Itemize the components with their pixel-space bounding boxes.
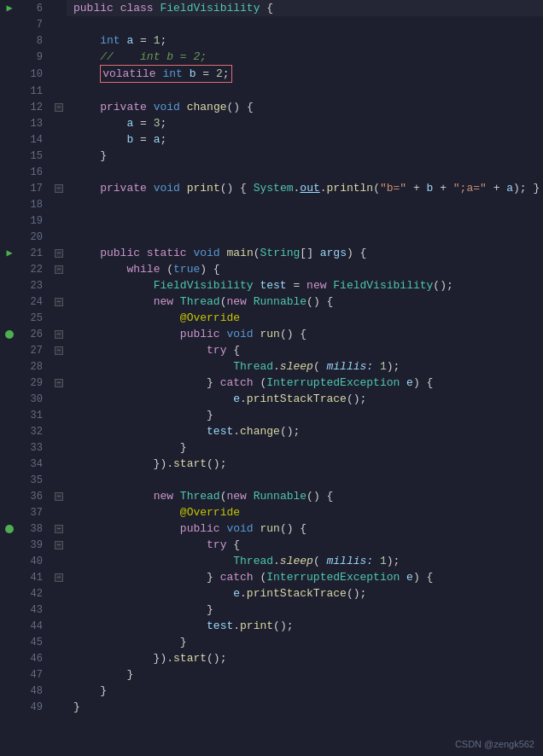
fold-44 xyxy=(51,618,67,634)
line-num-14: 14 xyxy=(19,131,51,148)
code-line-47: 47 } xyxy=(0,666,543,683)
debug-42 xyxy=(0,585,19,602)
line-num-22: 22 xyxy=(19,261,51,277)
line-num-39: 39 xyxy=(19,537,51,553)
code-line-32: 32 test.change(); xyxy=(0,423,543,439)
debug-arrow-21[interactable]: ▶ xyxy=(0,245,19,261)
line-content-13: a = 3; xyxy=(67,115,543,131)
debug-bkpt-26[interactable] xyxy=(0,326,19,342)
line-content-22: while (true) { xyxy=(67,261,543,277)
code-line-28: 28 Thread.sleep( millis: 1); xyxy=(0,358,543,375)
line-content-6: public class FieldVisibility { xyxy=(67,0,543,16)
line-num-27: 27 xyxy=(19,342,51,358)
fold-39[interactable]: − xyxy=(51,537,67,553)
debug-8 xyxy=(0,32,19,49)
code-line-42: 42 e.printStackTrace(); xyxy=(0,585,543,602)
line-content-34: }).start(); xyxy=(67,456,543,472)
line-num-18: 18 xyxy=(19,196,51,212)
line-num-13: 13 xyxy=(19,115,51,131)
fold-12[interactable]: − xyxy=(51,99,67,115)
line-num-6: 6 xyxy=(19,0,51,16)
debug-13 xyxy=(0,115,19,131)
fold-29[interactable]: − xyxy=(51,375,67,391)
fold-11 xyxy=(51,83,67,99)
fold-21[interactable]: − xyxy=(51,245,67,261)
debug-30 xyxy=(0,391,19,407)
fold-43 xyxy=(51,602,67,618)
line-num-49: 49 xyxy=(19,699,51,715)
line-content-7 xyxy=(67,16,543,32)
code-line-15: 15 } xyxy=(0,148,543,164)
line-content-36: new Thread(new Runnable() { xyxy=(67,488,543,504)
fold-42 xyxy=(51,585,67,602)
fold-24[interactable]: − xyxy=(51,294,67,310)
debug-47 xyxy=(0,666,19,683)
debug-34 xyxy=(0,456,19,472)
debug-44 xyxy=(0,618,19,634)
code-line-48: 48 } xyxy=(0,683,543,699)
fold-32 xyxy=(51,423,67,439)
line-content-38: public void run() { xyxy=(67,520,543,537)
line-num-33: 33 xyxy=(19,439,51,456)
debug-20 xyxy=(0,229,19,245)
line-num-45: 45 xyxy=(19,634,51,650)
line-content-14: b = a; xyxy=(67,131,543,148)
fold-37 xyxy=(51,504,67,520)
fold-45 xyxy=(51,634,67,650)
fold-41[interactable]: − xyxy=(51,569,67,585)
debug-10 xyxy=(0,65,19,83)
line-num-21: 21 xyxy=(19,245,51,261)
debug-27 xyxy=(0,342,19,358)
fold-26[interactable]: − xyxy=(51,326,67,342)
line-num-15: 15 xyxy=(19,148,51,164)
fold-33 xyxy=(51,439,67,456)
fold-27[interactable]: − xyxy=(51,342,67,358)
code-line-18: 18 xyxy=(0,196,543,212)
line-num-48: 48 xyxy=(19,683,51,699)
line-content-49: } xyxy=(67,699,543,715)
fold-17[interactable]: − xyxy=(51,180,67,196)
code-line-35: 35 xyxy=(0,472,543,488)
fold-22[interactable]: − xyxy=(51,261,67,277)
line-content-28: Thread.sleep( millis: 1); xyxy=(67,358,543,375)
line-num-17: 17 xyxy=(19,180,51,196)
code-line-23: 23 FieldVisibility test = new FieldVisib… xyxy=(0,277,543,294)
code-line-21: ▶ 21 − public static void main(String[] … xyxy=(0,245,543,261)
fold-30 xyxy=(51,391,67,407)
fold-38[interactable]: − xyxy=(51,520,67,537)
debug-49 xyxy=(0,699,19,715)
line-content-43: } xyxy=(67,602,543,618)
debug-7 xyxy=(0,16,19,32)
line-num-34: 34 xyxy=(19,456,51,472)
debug-bkpt-38[interactable] xyxy=(0,520,19,537)
line-num-25: 25 xyxy=(19,310,51,326)
fold-20 xyxy=(51,229,67,245)
code-editor: ▶ 6 public class FieldVisibility { 7 8 i… xyxy=(0,0,543,756)
fold-40 xyxy=(51,553,67,569)
fold-36[interactable]: − xyxy=(51,488,67,504)
code-line-46: 46 }).start(); xyxy=(0,650,543,666)
debug-48 xyxy=(0,683,19,699)
debug-arrow-6[interactable]: ▶ xyxy=(0,0,19,16)
line-num-42: 42 xyxy=(19,585,51,602)
fold-10 xyxy=(51,65,67,83)
code-line-16: 16 xyxy=(0,164,543,180)
code-line-25: 25 @Override xyxy=(0,310,543,326)
debug-12 xyxy=(0,99,19,115)
code-line-36: 36 − new Thread(new Runnable() { xyxy=(0,488,543,504)
line-num-31: 31 xyxy=(19,407,51,423)
code-line-10: 10 volatile int b = 2; xyxy=(0,65,543,83)
code-line-45: 45 } xyxy=(0,634,543,650)
line-content-30: e.printStackTrace(); xyxy=(67,391,543,407)
line-content-27: try { xyxy=(67,342,543,358)
line-num-20: 20 xyxy=(19,229,51,245)
line-num-30: 30 xyxy=(19,391,51,407)
line-num-47: 47 xyxy=(19,666,51,683)
fold-28 xyxy=(51,358,67,375)
debug-39 xyxy=(0,537,19,553)
line-num-40: 40 xyxy=(19,553,51,569)
debug-28 xyxy=(0,358,19,375)
code-line-24: 24 − new Thread(new Runnable() { xyxy=(0,294,543,310)
fold-13 xyxy=(51,115,67,131)
debug-36 xyxy=(0,488,19,504)
